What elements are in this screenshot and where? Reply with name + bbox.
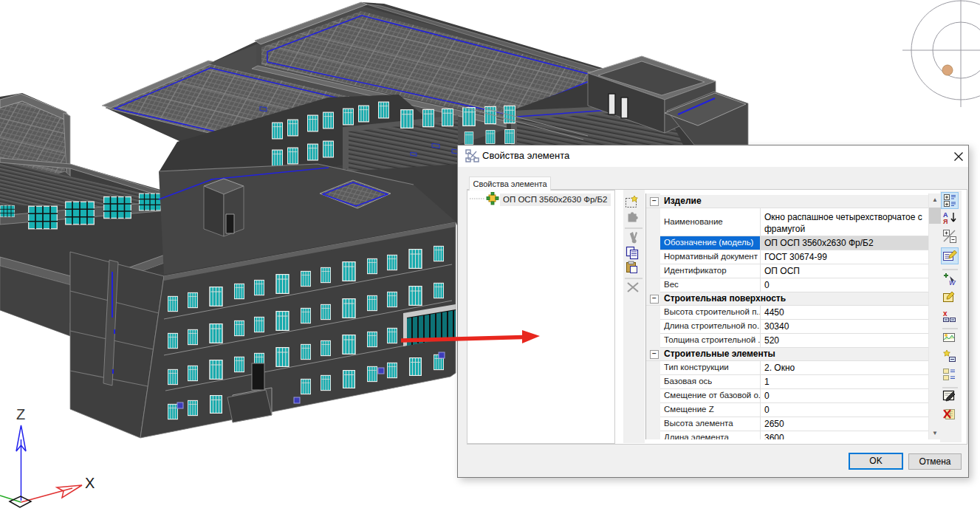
svg-text:Z: Z (16, 406, 25, 422)
svg-text:W: W (949, 279, 956, 287)
svg-text:Я: Я (943, 218, 948, 225)
svg-text:X: X (85, 475, 95, 491)
svg-text:x: x (943, 309, 948, 318)
